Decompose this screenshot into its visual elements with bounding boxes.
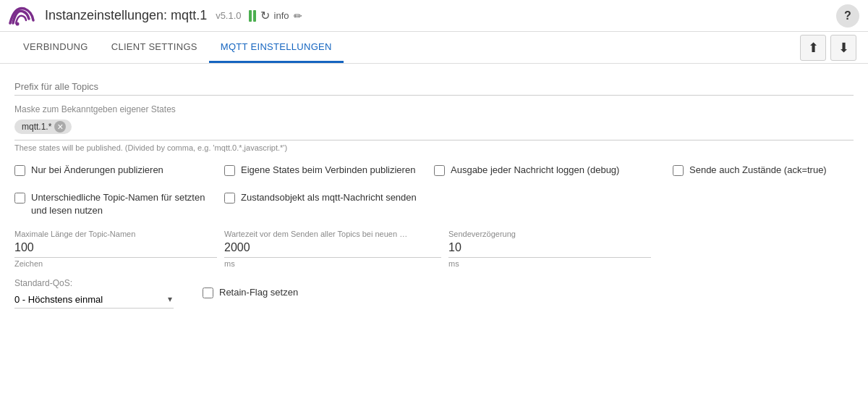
qos-label: Standard-QoS: xyxy=(14,278,174,288)
app-header: Instanzeinstellungen: mqtt.1 v5.1.0 ↻ in… xyxy=(0,0,868,32)
checkbox-label-5: Zustandsobjekt als mqtt-Nachricht senden xyxy=(241,191,417,204)
download-button[interactable]: ⬇ xyxy=(830,35,856,61)
checkbox-ausgabe-loggen[interactable] xyxy=(434,165,445,176)
checkbox-topic-namen[interactable] xyxy=(14,193,25,204)
tab-mqtt-einstellungen[interactable]: MQTT EINSTELLUNGEN xyxy=(209,33,344,63)
tab-verbindung[interactable]: VERBINDUNG xyxy=(12,33,100,63)
app-logo xyxy=(9,4,38,28)
chip-remove-button[interactable]: × xyxy=(54,121,66,133)
tab-client-settings[interactable]: CLIENT SETTINGS xyxy=(100,33,209,63)
upload-button[interactable]: ⬆ xyxy=(800,35,826,61)
numeric-unit-2: ms xyxy=(448,259,651,268)
prefix-field xyxy=(14,78,854,96)
numeric-label-2: Sendeverzögerung xyxy=(448,230,651,238)
checkboxes-grid: Nur bei Änderungen publizieren Eigene St… xyxy=(14,164,854,218)
qos-select-wrap: 0 - Höchstens einmal 1 - Mindestens einm… xyxy=(14,291,174,309)
checkbox-eigene-states[interactable] xyxy=(224,165,235,176)
qos-select[interactable]: 0 - Höchstens einmal 1 - Mindestens einm… xyxy=(14,291,174,308)
page-title: Instanzeinstellungen: mqtt.1 xyxy=(45,8,207,23)
main-content: Maske zum Bekanntgeben eigener States mq… xyxy=(0,64,868,323)
checkbox-sende-zustaende[interactable] xyxy=(673,165,684,176)
retain-checkbox-item: Retain-Flag setzen xyxy=(203,286,298,299)
numeric-unit-1: ms xyxy=(224,259,441,268)
retain-label: Retain-Flag setzen xyxy=(219,286,298,299)
checkbox-label-2: Ausgabe jeder Nachricht loggen (debug) xyxy=(451,164,619,177)
mask-field: Maske zum Bekanntgeben eigener States mq… xyxy=(14,104,854,152)
numeric-label-1: Wartezeit vor dem Senden aller Topics be… xyxy=(224,230,441,238)
retain-checkbox[interactable] xyxy=(203,288,213,298)
help-button[interactable]: ? xyxy=(836,4,859,28)
pause-button[interactable] xyxy=(249,10,256,22)
pause-bar-right xyxy=(253,10,256,22)
numeric-label-0: Maximale Länge der Topic-Namen xyxy=(14,230,217,238)
numeric-unit-0: Zeichen xyxy=(14,259,217,268)
version-badge: v5.1.0 xyxy=(216,10,241,21)
mask-chip: mqtt.1.* × xyxy=(14,119,72,134)
checkbox-item-3: Sende auch Zustände (ack=true) xyxy=(673,164,868,177)
checkbox-label-1: Eigene States beim Verbinden publizieren xyxy=(241,164,415,177)
chip-text: mqtt.1.* xyxy=(22,122,51,132)
checkbox-item-1: Eigene States beim Verbinden publizieren xyxy=(224,164,427,177)
edit-button[interactable]: ✏ xyxy=(294,10,302,22)
numeric-value-0: 100 xyxy=(14,240,217,258)
pause-bar-left xyxy=(249,10,252,22)
numeric-fields-row: Maximale Länge der Topic-Namen 100 Zeich… xyxy=(14,230,854,268)
checkbox-label-4: Unterschiedliche Topic-Namen für setzten… xyxy=(31,191,217,217)
header-controls: ↻ info ✏ xyxy=(249,9,302,22)
numeric-field-2: Sendeverzögerung 10 ms xyxy=(448,230,651,268)
checkbox-item-2: Ausgabe jeder Nachricht loggen (debug) xyxy=(434,164,665,177)
qos-retain-row: Standard-QoS: 0 - Höchstens einmal 1 - M… xyxy=(14,278,854,309)
checkbox-label-3: Sende auch Zustände (ack=true) xyxy=(689,164,827,177)
numeric-field-0: Maximale Länge der Topic-Namen 100 Zeich… xyxy=(14,230,217,268)
prefix-input[interactable] xyxy=(14,78,854,96)
numeric-field-1: Wartezeit vor dem Senden aller Topics be… xyxy=(224,230,441,268)
qos-field: Standard-QoS: 0 - Höchstens einmal 1 - M… xyxy=(14,278,174,309)
svg-point-0 xyxy=(16,22,20,25)
checkbox-label-0: Nur bei Änderungen publizieren xyxy=(31,164,163,177)
mask-label: Maske zum Bekanntgeben eigener States xyxy=(14,104,854,114)
numeric-value-1: 2000 xyxy=(224,240,441,258)
numeric-value-2: 10 xyxy=(448,240,651,258)
mask-chip-container: mqtt.1.* × xyxy=(14,117,854,140)
refresh-button[interactable]: ↻ xyxy=(260,9,270,22)
tabs-bar: VERBINDUNG CLIENT SETTINGS MQTT EINSTELL… xyxy=(0,32,868,64)
info-button[interactable]: info xyxy=(274,10,289,21)
checkbox-item-4: Unterschiedliche Topic-Namen für setzten… xyxy=(14,191,217,217)
mask-helper-text: These states will be published. (Divided… xyxy=(14,143,854,152)
checkbox-item-0: Nur bei Änderungen publizieren xyxy=(14,164,217,177)
checkbox-item-5: Zustandsobjekt als mqtt-Nachricht senden xyxy=(224,191,427,217)
checkbox-zustandsobjekt[interactable] xyxy=(224,193,235,204)
checkbox-nur-aenderungen[interactable] xyxy=(14,165,25,176)
tab-actions: ⬆ ⬇ xyxy=(800,35,856,61)
